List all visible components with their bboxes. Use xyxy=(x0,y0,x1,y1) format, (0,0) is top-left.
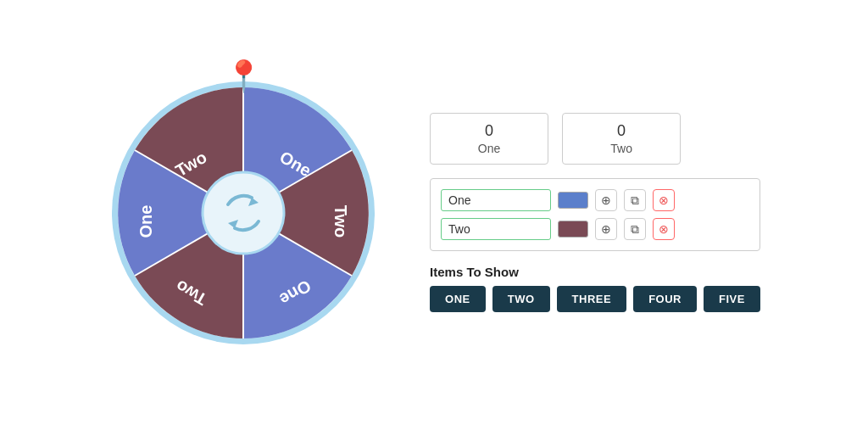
move-btn-one[interactable]: ⊕ xyxy=(595,189,617,211)
items-buttons: ONE TWO THREE FOUR FIVE xyxy=(430,286,760,312)
wheel-svg[interactable]: One Two One Two One Two xyxy=(108,77,379,349)
score-label-two: Two xyxy=(576,142,666,155)
wheel-wrapper: 📍 One xyxy=(108,77,379,349)
svg-text:One: One xyxy=(136,204,155,238)
score-row: 0 One 0 Two xyxy=(430,113,760,165)
items-to-show-section: Items To Show ONE TWO THREE FOUR FIVE xyxy=(430,265,760,312)
delete-btn-one[interactable]: ⊗ xyxy=(653,189,675,211)
move-btn-two[interactable]: ⊕ xyxy=(595,218,617,240)
item-row-one: ⊕ ⧉ ⊗ xyxy=(441,189,749,211)
btn-one[interactable]: ONE xyxy=(430,286,486,312)
wheel-pin: 📍 xyxy=(225,59,263,94)
color-swatch-one[interactable] xyxy=(558,192,588,209)
items-to-show-label: Items To Show xyxy=(430,265,760,279)
score-value-one: 0 xyxy=(444,122,534,140)
score-card-two: 0 Two xyxy=(562,113,681,165)
item-input-one[interactable] xyxy=(441,189,551,211)
svg-text:Two: Two xyxy=(331,204,350,238)
color-swatch-two[interactable] xyxy=(558,221,588,238)
item-input-two[interactable] xyxy=(441,218,551,240)
btn-two[interactable]: TWO xyxy=(492,286,550,312)
item-row-two: ⊕ ⧉ ⊗ xyxy=(441,218,749,240)
svg-point-14 xyxy=(203,172,284,254)
copy-btn-two[interactable]: ⧉ xyxy=(624,218,646,240)
right-panel: 0 One 0 Two ⊕ ⧉ ⊗ ⊕ ⧉ ⊗ xyxy=(430,113,760,312)
btn-five[interactable]: FIVE xyxy=(704,286,760,312)
items-editor: ⊕ ⧉ ⊗ ⊕ ⧉ ⊗ xyxy=(430,178,760,251)
btn-three[interactable]: THREE xyxy=(557,286,627,312)
delete-btn-two[interactable]: ⊗ xyxy=(653,218,675,240)
score-card-one: 0 One xyxy=(430,113,548,165)
score-value-two: 0 xyxy=(576,122,666,140)
score-label-one: One xyxy=(444,142,534,155)
btn-four[interactable]: FOUR xyxy=(633,286,697,312)
main-container: 📍 One xyxy=(91,60,777,366)
copy-btn-one[interactable]: ⧉ xyxy=(624,189,646,211)
